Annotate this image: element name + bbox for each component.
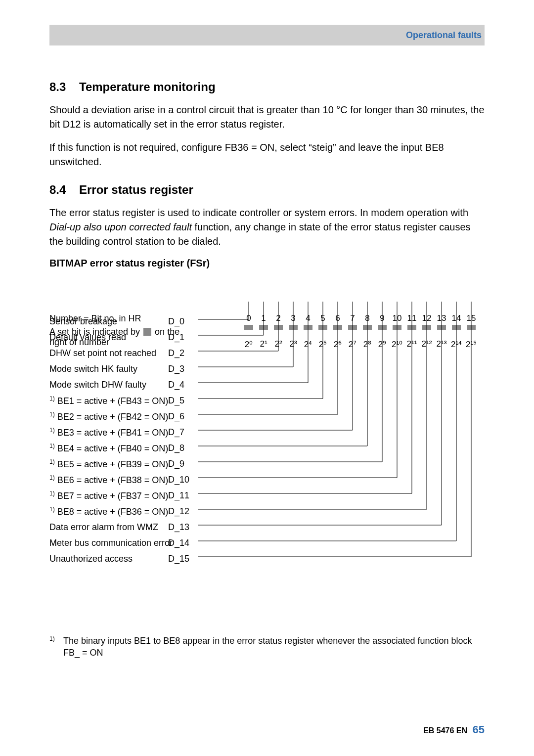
text-italic: Dial-up also upon corrected fault [49, 222, 192, 232]
row-description: Sensor breakage [49, 316, 168, 327]
bitmap-diagram: Number = Bit no. in HR A set bit is indi… [49, 313, 485, 630]
row-bit: D_3 [168, 364, 198, 374]
text: The error status register is used to ind… [49, 207, 468, 218]
row-bit: D_7 [168, 427, 198, 438]
row-bit: D_11 [168, 490, 198, 501]
row-bit: D_8 [168, 443, 198, 453]
row-description: 1) BE3 = active + (FB41 = ON) [49, 427, 168, 438]
row-description: DHW set point not reached [49, 348, 168, 358]
doc-id: EB 5476 EN [423, 726, 467, 735]
heading-8-4: 8.4 Error status register [49, 183, 485, 197]
row-description: Unauthorized access [49, 554, 168, 564]
row-description: Meter bus communication error [49, 538, 168, 548]
row-bit: D_5 [168, 396, 198, 406]
heading-text: Temperature monitoring [79, 80, 216, 94]
heading-text: Error status register [79, 183, 193, 197]
heading-number: 8.4 [49, 183, 79, 197]
row-bit: D_10 [168, 475, 198, 485]
row-bit: D_0 [168, 316, 198, 327]
paragraph: If this function is not required, config… [49, 140, 485, 169]
row-bit: D_6 [168, 411, 198, 422]
row-bit: D_2 [168, 348, 198, 358]
row-bit: D_1 [168, 332, 198, 343]
row-bit: D_4 [168, 380, 198, 390]
row-bit: D_12 [168, 506, 198, 517]
row-description: Default values read [49, 332, 168, 343]
row-description: Data error alarm from WMZ [49, 522, 168, 533]
bitmap-title: BITMAP error status register (FSr) [49, 258, 485, 269]
bitmap-row: Unauthorized accessD_15 [49, 551, 485, 567]
bitmap-rows: Sensor breakageD_0Default values readD_1… [49, 313, 485, 567]
row-description: 1) BE6 = active + (FB38 = ON) [49, 474, 168, 486]
row-description: 1) BE4 = active + (FB40 = ON) [49, 443, 168, 454]
page-header: Operational faults [49, 25, 485, 45]
footnote: 1) The binary inputs BE1 to BE8 appear i… [49, 635, 485, 659]
row-description: 1) BE2 = active + (FB42 = ON) [49, 411, 168, 422]
row-bit: D_9 [168, 459, 198, 469]
paragraph: Should a deviation arise in a control ci… [49, 103, 485, 132]
row-description: 1) BE5 = active + (FB39 = ON) [49, 458, 168, 470]
paragraph: The error status register is used to ind… [49, 206, 485, 249]
row-description: Mode switch DHW faulty [49, 380, 168, 390]
row-bit: D_14 [168, 538, 198, 548]
header-section-title: Operational faults [406, 30, 482, 41]
row-description: 1) BE7 = active + (FB37 = ON) [49, 490, 168, 501]
row-description: 1) BE8 = active + (FB36 = ON) [49, 506, 168, 517]
row-description: 1) BE1 = active + (FB43 = ON) [49, 395, 168, 406]
page-footer: EB 5476 EN 65 [423, 723, 485, 736]
heading-8-3: 8.3 Temperature monitoring [49, 80, 485, 94]
row-description: Mode switch HK faulty [49, 364, 168, 374]
page-number: 65 [473, 723, 485, 736]
connector-line [198, 549, 482, 569]
row-bit: D_13 [168, 522, 198, 533]
footnote-text: The binary inputs BE1 to BE8 appear in t… [63, 635, 485, 659]
heading-number: 8.3 [49, 80, 79, 94]
footnote-marker: 1) [49, 635, 63, 659]
row-bit: D_15 [168, 554, 198, 564]
